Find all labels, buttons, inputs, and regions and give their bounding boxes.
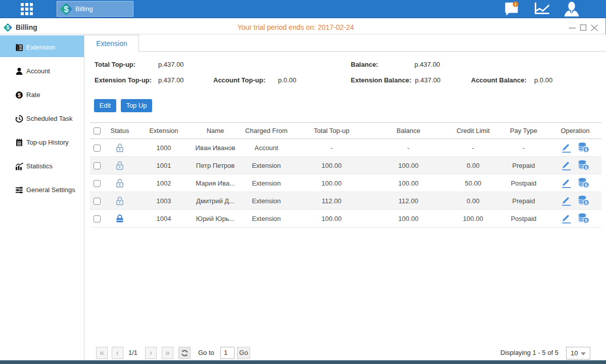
svg-text:$: $ bbox=[64, 5, 69, 13]
svg-text:$: $ bbox=[18, 92, 21, 98]
svg-text:!: ! bbox=[515, 2, 516, 7]
